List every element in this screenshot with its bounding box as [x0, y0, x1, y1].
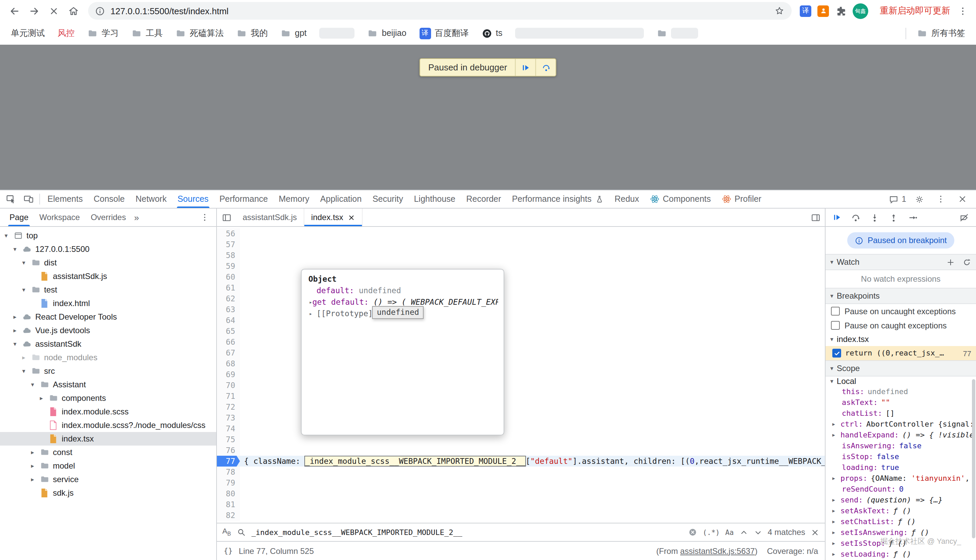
- redacted-bookmark[interactable]: [515, 28, 644, 38]
- devtools-menu-kebab-icon[interactable]: [932, 190, 949, 208]
- tree-item-dist[interactable]: ▾ dist: [0, 256, 216, 270]
- chevron-right-icon[interactable]: ▸: [29, 462, 36, 469]
- checkbox-checked[interactable]: [832, 349, 841, 358]
- bookmark-folder-gpt[interactable]: gpt: [281, 28, 307, 38]
- scope-var-setasktext[interactable]: ▸setAskText:ƒ (): [826, 505, 976, 516]
- chevron-right-icon[interactable]: ▸: [29, 449, 36, 456]
- chevron-down-icon[interactable]: ▾: [3, 232, 10, 239]
- chevron-down-icon[interactable]: ▾: [20, 287, 27, 293]
- chevron-down-icon[interactable]: ▾: [29, 381, 36, 388]
- tab-react-profiler[interactable]: Profiler: [716, 190, 767, 208]
- all-bookmarks-button[interactable]: 所有书签: [906, 27, 965, 39]
- devtools-settings-button[interactable]: [910, 190, 928, 208]
- line-number[interactable]: 57: [217, 239, 240, 250]
- breakpoint-file-group[interactable]: ▾ index.tsx: [826, 332, 976, 346]
- chevron-right-icon[interactable]: ▸: [832, 475, 841, 481]
- chevron-right-icon[interactable]: ▸: [20, 354, 27, 361]
- clear-search-icon[interactable]: [688, 527, 697, 537]
- home-button[interactable]: [64, 2, 83, 20]
- line-number[interactable]: 65: [217, 326, 240, 337]
- bookmark-star-icon[interactable]: [774, 5, 785, 16]
- line-number[interactable]: 71: [217, 391, 240, 402]
- chevron-right-icon[interactable]: ▸: [29, 476, 36, 483]
- device-toolbar-button[interactable]: [20, 190, 37, 208]
- chevron-right-icon[interactable]: ▸: [832, 551, 841, 557]
- chevron-down-icon[interactable]: ▾: [12, 341, 18, 347]
- tree-item-const[interactable]: ▸ const: [0, 445, 216, 459]
- bookmark-unit-test[interactable]: 单元测试: [11, 27, 45, 39]
- tab-lighthouse[interactable]: Lighthouse: [408, 190, 461, 208]
- bookmark-folder-sikesuanfa[interactable]: 死磕算法: [175, 27, 224, 39]
- orange-extension-icon[interactable]: [817, 5, 829, 17]
- breakpoints-section-header[interactable]: ▾ Breakpoints: [826, 288, 976, 304]
- bookmark-folder-xuexi[interactable]: 学习: [87, 27, 119, 39]
- navigator-menu-kebab-icon[interactable]: [196, 208, 214, 226]
- tree-item-sdk-js[interactable]: sdk.js: [0, 486, 216, 500]
- tree-item-index-tsx[interactable]: index.tsx: [0, 432, 216, 445]
- line-number[interactable]: 75: [217, 434, 240, 445]
- chevron-down-icon[interactable]: ▾: [20, 368, 27, 375]
- bookmark-folder-beijiao[interactable]: beijiao: [368, 28, 406, 38]
- redacted-bookmark[interactable]: [319, 28, 355, 38]
- line-number[interactable]: 76: [217, 445, 240, 456]
- tree-item-vue-devtools[interactable]: ▸ Vue.js devtools: [0, 324, 216, 337]
- tab-security[interactable]: Security: [367, 190, 408, 208]
- tab-sources[interactable]: Sources: [172, 190, 214, 208]
- paused-execution-line[interactable]: 77 { className: _index_module_scss__WEBP…: [217, 456, 825, 467]
- scope-var-asktext[interactable]: askText:"": [826, 397, 976, 408]
- tree-item-top[interactable]: ▾ top: [0, 229, 216, 242]
- tree-item-node-modules[interactable]: ▸ node_modules: [0, 351, 216, 364]
- pause-caught-exceptions-row[interactable]: Pause on caught exceptions: [826, 318, 976, 332]
- source-map-link[interactable]: assistantSdk.js:5637: [680, 546, 755, 556]
- line-number[interactable]: 62: [217, 293, 240, 304]
- tree-item-assistantsdk[interactable]: ▾ assistantSdk: [0, 337, 216, 351]
- line-number[interactable]: 81: [217, 499, 240, 510]
- tree-item-assistant[interactable]: ▾ Assistant: [0, 378, 216, 392]
- chevron-right-icon[interactable]: ▸: [12, 313, 18, 320]
- search-input[interactable]: [251, 528, 682, 537]
- bookmark-folder-gongju[interactable]: 工具: [132, 27, 163, 39]
- scope-var-ctrl[interactable]: ▸ctrl:AbortController {signal:: [826, 418, 976, 429]
- tab-network[interactable]: Network: [130, 190, 172, 208]
- refresh-watch-icon[interactable]: [963, 258, 971, 267]
- translate-extension-icon[interactable]: 译: [800, 5, 811, 17]
- chevron-right-icon[interactable]: ▸: [309, 308, 316, 320]
- pause-uncaught-exceptions-row[interactable]: Pause on uncaught exceptions: [826, 304, 976, 318]
- chevron-down-icon[interactable]: ▾: [20, 259, 27, 266]
- pretty-print-icon[interactable]: {}: [224, 547, 233, 555]
- line-number[interactable]: 74: [217, 423, 240, 434]
- devtools-close-button[interactable]: [954, 190, 971, 208]
- profile-avatar[interactable]: 甸鑫: [852, 3, 868, 18]
- redacted-bookmark-folder[interactable]: [657, 28, 699, 38]
- tab-memory[interactable]: Memory: [274, 190, 315, 208]
- step-over-icon[interactable]: [851, 212, 861, 222]
- scope-var-chatlist[interactable]: chatList:[]: [826, 408, 976, 418]
- breakpoint-entry[interactable]: return ((0,react_jsx_… 77: [826, 346, 976, 360]
- bookmark-ts[interactable]: ts: [481, 28, 502, 38]
- checkbox-unchecked[interactable]: [831, 307, 840, 315]
- bookmark-folder-wode[interactable]: 我的: [237, 27, 268, 39]
- line-number[interactable]: 82: [217, 510, 240, 521]
- chevron-down-icon[interactable]: ▾: [12, 246, 18, 253]
- chevron-right-icon[interactable]: ▸: [832, 432, 841, 438]
- chevron-right-icon[interactable]: ▸: [832, 529, 841, 535]
- line-number[interactable]: 67: [217, 347, 240, 358]
- step-into-icon[interactable]: [870, 212, 880, 222]
- line-number[interactable]: 68: [217, 358, 240, 369]
- tree-item-react-devtools[interactable]: ▸ React Developer Tools: [0, 310, 216, 324]
- scope-var-loading[interactable]: loading:true: [826, 462, 976, 473]
- line-number[interactable]: 66: [217, 337, 240, 347]
- chevron-right-icon[interactable]: ▸: [832, 540, 841, 546]
- line-number[interactable]: 58: [217, 250, 240, 261]
- toggle-navigator-icon[interactable]: [217, 208, 236, 226]
- scope-var-setchatlist[interactable]: ▸setChatList:ƒ (): [826, 516, 976, 527]
- tree-item-origin[interactable]: ▾ 127.0.0.1:5500: [0, 242, 216, 256]
- issues-counter[interactable]: 1: [889, 194, 906, 204]
- chevron-right-icon[interactable]: ▸: [832, 518, 841, 525]
- tree-item-components[interactable]: ▸ components: [0, 392, 216, 405]
- line-number[interactable]: 61: [217, 282, 240, 293]
- tab-application[interactable]: Application: [315, 190, 367, 208]
- inspect-element-button[interactable]: [2, 190, 20, 208]
- navigator-tab-overrides[interactable]: Overrides: [85, 208, 132, 226]
- back-button[interactable]: [5, 2, 24, 20]
